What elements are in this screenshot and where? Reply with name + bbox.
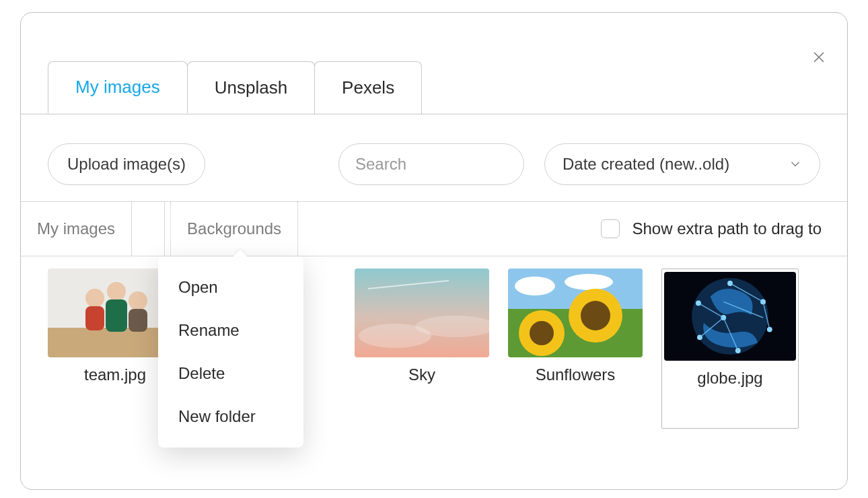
context-menu-open[interactable]: Open (158, 266, 303, 309)
menu-item-label: Open (178, 278, 218, 296)
svg-point-27 (696, 300, 701, 306)
sky-photo-icon (355, 269, 489, 357)
chevron-down-icon (789, 157, 802, 171)
show-extra-path-checkbox[interactable] (601, 219, 620, 238)
folder-label: Sky (408, 365, 435, 384)
tab-my-images[interactable]: My images (48, 61, 188, 114)
folder-card[interactable]: Sunflowers (508, 269, 643, 384)
tabs-divider (21, 114, 847, 114)
tab-pexels[interactable]: Pexels (314, 61, 422, 114)
upload-label: Upload image(s) (67, 155, 186, 174)
menu-item-label: New folder (178, 407, 256, 425)
thumbnail (664, 272, 796, 361)
thumbnail (508, 269, 643, 357)
svg-point-11 (129, 291, 147, 310)
breadcrumb-current[interactable]: Backgrounds (170, 202, 298, 256)
context-menu-delete[interactable]: Delete (158, 352, 303, 395)
toolbar: Upload image(s) Date created (new..old) (21, 127, 847, 201)
image-card-selected[interactable]: globe.jpg (661, 269, 799, 429)
show-extra-path-toggle: Show extra path to drag to (601, 202, 847, 256)
close-button[interactable] (809, 48, 828, 67)
sunflowers-photo-icon (508, 269, 643, 357)
image-label: globe.jpg (697, 369, 762, 388)
svg-point-9 (107, 282, 126, 301)
close-icon (811, 50, 826, 65)
globe-photo-icon (664, 272, 796, 361)
breadcrumb-caret[interactable] (132, 202, 165, 256)
search-input[interactable] (354, 154, 558, 174)
menu-item-label: Delete (178, 364, 225, 382)
source-tabs: My images Unsplash Pexels (48, 61, 422, 114)
svg-point-24 (530, 321, 554, 345)
sort-selected-label: Date created (new..old) (563, 155, 729, 174)
context-menu-new-folder[interactable]: New folder (158, 395, 303, 438)
breadcrumb-current-label: Backgrounds (187, 219, 281, 238)
image-label: team.jpg (84, 365, 146, 384)
svg-point-18 (515, 277, 555, 295)
sort-dropdown[interactable]: Date created (new..old) (544, 143, 820, 185)
context-menu-rename[interactable]: Rename (158, 309, 303, 352)
image-picker-dialog: My images Unsplash Pexels Upload image(s… (20, 12, 848, 490)
tab-label: Unsplash (215, 77, 287, 98)
upload-button[interactable]: Upload image(s) (48, 143, 205, 185)
svg-rect-8 (85, 306, 104, 330)
svg-point-7 (85, 289, 104, 308)
context-menu: Open Rename Delete New folder (158, 256, 303, 448)
svg-rect-12 (129, 309, 147, 332)
image-grid: team.jpg o.png (21, 269, 847, 442)
breadcrumb-spacer (298, 202, 601, 256)
search-field[interactable] (338, 143, 524, 185)
tab-label: Pexels (342, 77, 394, 98)
show-extra-path-label: Show extra path to drag to (632, 219, 822, 238)
tab-unsplash[interactable]: Unsplash (187, 61, 315, 114)
breadcrumb-root[interactable]: My images (21, 202, 132, 256)
breadcrumb-root-label: My images (37, 219, 115, 238)
folder-card[interactable]: Sky (355, 269, 489, 384)
thumbnail (355, 269, 489, 357)
svg-rect-10 (106, 299, 127, 332)
svg-point-22 (581, 301, 610, 330)
tab-label: My images (75, 77, 160, 98)
menu-item-label: Rename (178, 321, 240, 339)
svg-point-19 (565, 274, 613, 290)
folder-label: Sunflowers (536, 365, 616, 384)
breadcrumb-bar: My images Backgrounds Show extra path to… (21, 201, 847, 256)
